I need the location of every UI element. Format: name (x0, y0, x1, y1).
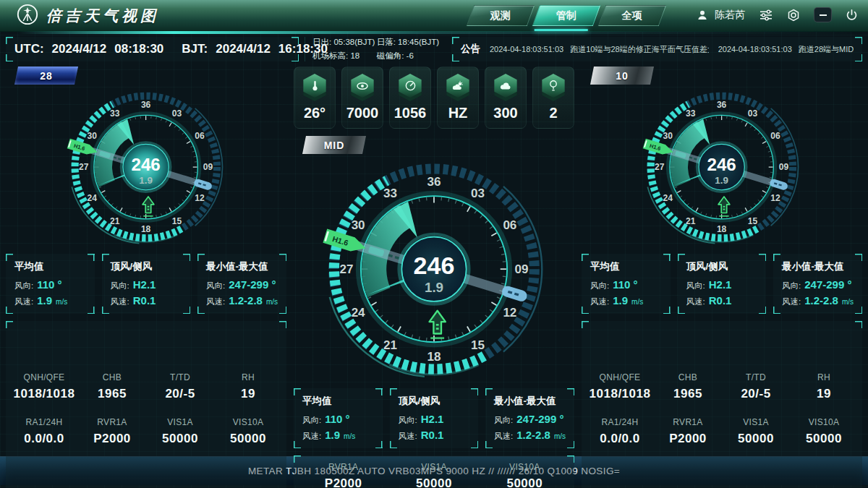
dial-label: 36 (141, 100, 151, 110)
stat-value: 247-299 ° (516, 413, 563, 425)
stat-unit: m/s (344, 432, 355, 440)
table-cell: RH19 (817, 372, 831, 401)
stat-label: 风速: (302, 431, 321, 442)
dial-label: 03 (748, 108, 758, 119)
user-cluster: 陈若芮 (697, 7, 858, 22)
dial-label: 06 (195, 131, 205, 141)
table-cell-value: 50000 (738, 432, 774, 446)
stat-unit: m/s (554, 432, 566, 440)
dial-label: 03 (172, 108, 182, 119)
dial-label: 15 (172, 216, 182, 226)
table-cell: VIS1A50000 (416, 462, 452, 488)
table-cell-label: CHB (98, 372, 127, 382)
wind-stats-panel: 平均值风向:110 °风速:1.9m/s (582, 254, 671, 314)
tab-all[interactable]: 全项 (598, 5, 667, 26)
table-cell-value: 20/-5 (165, 387, 195, 401)
table-cell-value: 50000 (230, 432, 266, 446)
stat-label: 风速: (206, 296, 225, 307)
wind-compass-gauge: H1.62461.9360306091215182124273033 (294, 157, 574, 381)
user-name: 陈若芮 (715, 9, 745, 22)
wind-stats-panel: 平均值风向:110 °风速:1.9m/s (294, 388, 383, 448)
dial-label: 21 (110, 216, 120, 226)
dial-label: 24 (663, 193, 673, 203)
stat-label: 风速: (686, 296, 705, 307)
stat-value: 1.2-2.8 (229, 294, 263, 307)
dial-label: 24 (352, 306, 365, 320)
stat-value: 1.9 (613, 294, 628, 307)
dial-label: 24 (88, 193, 98, 203)
power-icon[interactable] (846, 9, 858, 21)
wind-stats-panel: 最小值-最大值风向:247-299 °风速:1.2-2.8m/s (485, 388, 574, 448)
table-cell-label: VIS1A (162, 417, 198, 427)
obs-tile-value: HZ (448, 105, 468, 121)
table-cell-value: 1018/1018 (590, 387, 651, 401)
dial-label: 30 (88, 131, 98, 141)
stat-value: H2.1 (421, 413, 444, 425)
table-cell-label: VIS10A (230, 417, 266, 427)
obs-tile-value: 1056 (394, 105, 427, 121)
stat-label: 风向: (399, 415, 417, 426)
table-cell-value: 1965 (673, 387, 702, 401)
tab-control[interactable]: 管制 (532, 5, 601, 26)
table-cell-value: 50000 (806, 432, 842, 446)
table-cell-value: 1965 (98, 387, 127, 401)
panel-title: 平均值 (14, 260, 86, 273)
stat-value: 1.9 (325, 429, 340, 441)
wind-speed-value: 1.9 (140, 175, 153, 186)
stat-value: 110 ° (325, 413, 349, 425)
wind-up-arrow-icon (718, 197, 730, 217)
stat-unit: m/s (266, 298, 278, 306)
wind-speed-value: 1.9 (425, 280, 443, 295)
stat-value: 110 ° (613, 278, 637, 291)
obs-tile-value: 26° (304, 105, 326, 121)
stat-value: 1.2-2.8 (804, 294, 838, 307)
tab-observation[interactable]: 观测 (467, 5, 535, 26)
dial-label: 15 (471, 338, 485, 352)
stat-label: 风向: (206, 281, 225, 291)
runway-column-28: 28H1.62461.9360306091215182124273033平均值风… (6, 67, 286, 488)
settings-gear-icon[interactable] (787, 9, 800, 22)
table-cell: RH19 (241, 372, 255, 401)
stat-unit: m/s (631, 298, 643, 306)
table-cell-value: 1018/1018 (14, 387, 75, 401)
obs-tile-value: 300 (493, 105, 517, 121)
weather-haze-icon (446, 74, 470, 101)
notice-item: 2024-04-18:03:51:03跑道10端与28端的修正海平面气压值差大于… (490, 44, 709, 55)
runway-column-mid: 26°70001056HZ3002MIDH1.62461.93603060912… (294, 67, 574, 488)
sliders-icon[interactable] (759, 9, 773, 21)
table-cell-label: VIS10A (506, 462, 542, 472)
table-cell-label: VIS10A (806, 417, 842, 427)
table-cell: VIS10A50000 (506, 462, 542, 488)
obs-tile: 26° (294, 67, 336, 129)
table-cell-value: 0.0/0.0 (24, 432, 64, 446)
table-cell-value: 19 (241, 387, 255, 401)
dial-label: 21 (383, 338, 397, 352)
stat-label: 风向: (14, 281, 33, 291)
dial-label: 18 (141, 224, 151, 234)
panel-title: 最小值-最大值 (206, 260, 278, 273)
table-cell: RVR1AP2000 (325, 462, 362, 488)
dial-label: 12 (503, 306, 516, 320)
obs-tile: 7000 (341, 67, 383, 129)
wind-speed-value: 1.9 (715, 175, 729, 186)
dial-label: 09 (203, 162, 213, 172)
app-title: 倍吉天气视图 (46, 6, 159, 26)
panel-title: 最小值-最大值 (494, 395, 566, 408)
table-cell-label: RH (817, 372, 831, 382)
table-cell: T/TD20/-5 (165, 372, 195, 401)
stat-label: 风速: (590, 296, 609, 307)
brand: 倍吉天气视图 (0, 0, 239, 32)
minimize-button[interactable] (814, 7, 832, 22)
weather-data-table: QNH/QFE1018/1018CHB1965T/TD20/-5RH19RA1/… (6, 321, 286, 488)
table-cell: CHB1965 (98, 372, 127, 401)
table-cell-label: RVR1A (93, 417, 131, 427)
user-avatar-icon[interactable] (697, 9, 708, 21)
stat-unit: m/s (56, 298, 67, 306)
stat-value: R0.1 (133, 294, 156, 307)
info-bar: UTC: 2024/4/12 08:18:30 BJT: 2024/4/12 1… (0, 32, 868, 64)
dial-label: 33 (383, 187, 397, 200)
obs-tile-value: 2 (549, 105, 557, 121)
panel-title: 顶风/侧风 (111, 260, 182, 273)
wind-stats-panel: 最小值-最大值风向:247-299 °风速:1.2-2.8m/s (197, 254, 286, 314)
stat-value: H2.1 (709, 278, 732, 291)
